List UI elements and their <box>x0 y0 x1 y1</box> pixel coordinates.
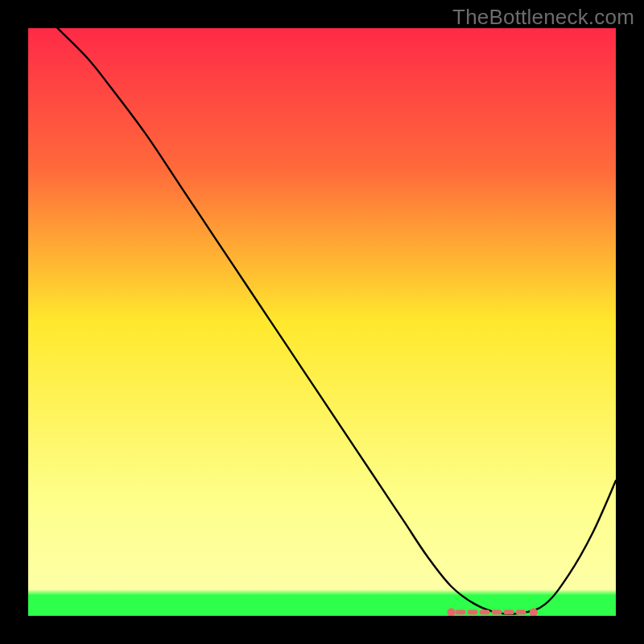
plot-area <box>28 28 616 616</box>
svg-point-2 <box>448 609 456 616</box>
chart-frame: TheBottleneck.com <box>0 0 644 644</box>
watermark-text: TheBottleneck.com <box>452 5 634 30</box>
bottleneck-curve <box>28 28 616 616</box>
